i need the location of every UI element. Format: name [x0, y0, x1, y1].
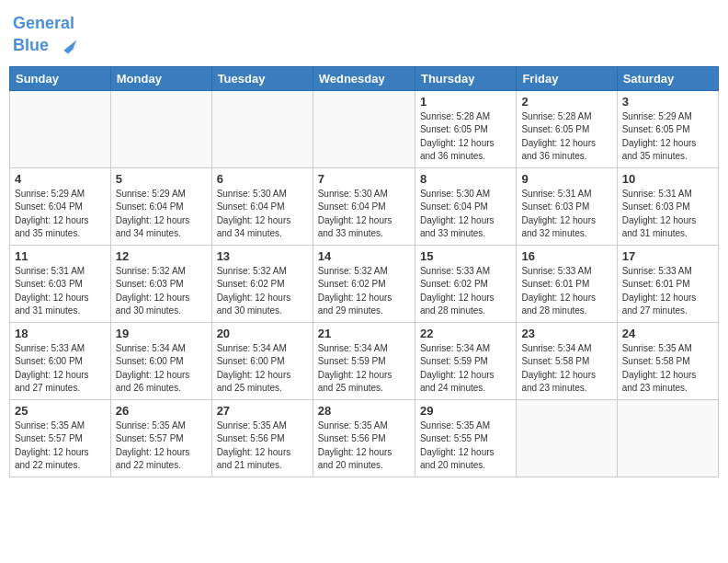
day-info: Sunrise: 5:29 AM Sunset: 6:05 PM Dayligh… — [622, 110, 713, 164]
day-info: Sunrise: 5:33 AM Sunset: 6:01 PM Dayligh… — [521, 265, 611, 318]
calendar-cell — [10, 90, 111, 167]
day-number: 4 — [15, 172, 106, 186]
day-info: Sunrise: 5:34 AM Sunset: 6:00 PM Dayligh… — [217, 342, 308, 396]
day-number: 5 — [116, 172, 207, 186]
day-info: Sunrise: 5:30 AM Sunset: 6:04 PM Dayligh… — [217, 188, 308, 241]
day-info: Sunrise: 5:32 AM Sunset: 6:02 PM Dayligh… — [318, 265, 410, 318]
day-number: 7 — [318, 172, 410, 186]
calendar-cell: 11Sunrise: 5:31 AM Sunset: 6:03 PM Dayli… — [10, 245, 111, 322]
calendar-cell: 13Sunrise: 5:32 AM Sunset: 6:02 PM Dayli… — [211, 245, 313, 322]
day-number: 10 — [622, 172, 713, 186]
logo-blue: Blue — [13, 36, 49, 54]
weekday-header-thursday: Thursday — [415, 66, 516, 90]
calendar-cell: 26Sunrise: 5:35 AM Sunset: 5:57 PM Dayli… — [110, 399, 211, 477]
calendar-cell: 7Sunrise: 5:30 AM Sunset: 6:04 PM Daylig… — [313, 167, 415, 245]
day-number: 21 — [318, 327, 410, 340]
day-info: Sunrise: 5:34 AM Sunset: 5:59 PM Dayligh… — [420, 342, 511, 396]
day-info: Sunrise: 5:34 AM Sunset: 5:58 PM Dayligh… — [521, 342, 611, 396]
weekday-header-tuesday: Tuesday — [211, 66, 313, 90]
day-number: 19 — [116, 327, 207, 340]
calendar-cell: 27Sunrise: 5:35 AM Sunset: 5:56 PM Dayli… — [211, 399, 313, 477]
calendar-cell: 8Sunrise: 5:30 AM Sunset: 6:04 PM Daylig… — [415, 167, 516, 245]
day-info: Sunrise: 5:35 AM Sunset: 5:55 PM Dayligh… — [420, 419, 511, 473]
day-number: 1 — [420, 95, 511, 109]
calendar-cell: 10Sunrise: 5:31 AM Sunset: 6:03 PM Dayli… — [617, 167, 718, 245]
weekday-header-saturday: Saturday — [617, 66, 718, 90]
page-header: General Blue — [9, 9, 719, 59]
calendar-cell: 1Sunrise: 5:28 AM Sunset: 6:05 PM Daylig… — [415, 90, 516, 167]
calendar-cell: 18Sunrise: 5:33 AM Sunset: 6:00 PM Dayli… — [10, 322, 111, 399]
day-number: 20 — [217, 327, 308, 340]
day-number: 9 — [521, 172, 611, 186]
day-info: Sunrise: 5:32 AM Sunset: 6:03 PM Dayligh… — [116, 265, 207, 318]
calendar-cell: 16Sunrise: 5:33 AM Sunset: 6:01 PM Dayli… — [517, 245, 617, 322]
week-row-5: 25Sunrise: 5:35 AM Sunset: 5:57 PM Dayli… — [10, 399, 719, 477]
calendar-cell: 9Sunrise: 5:31 AM Sunset: 6:03 PM Daylig… — [517, 167, 617, 245]
calendar-cell: 25Sunrise: 5:35 AM Sunset: 5:57 PM Dayli… — [10, 399, 111, 477]
day-info: Sunrise: 5:35 AM Sunset: 5:56 PM Dayligh… — [318, 419, 410, 473]
day-info: Sunrise: 5:33 AM Sunset: 6:01 PM Dayligh… — [622, 265, 713, 318]
calendar-cell — [110, 90, 211, 167]
calendar-cell: 20Sunrise: 5:34 AM Sunset: 6:00 PM Dayli… — [211, 322, 313, 399]
calendar-cell: 12Sunrise: 5:32 AM Sunset: 6:03 PM Dayli… — [110, 245, 211, 322]
logo-bird-icon — [55, 33, 81, 59]
day-number: 15 — [420, 249, 511, 263]
calendar-cell — [211, 90, 313, 167]
calendar-cell: 28Sunrise: 5:35 AM Sunset: 5:56 PM Dayli… — [313, 399, 415, 477]
day-info: Sunrise: 5:33 AM Sunset: 6:02 PM Dayligh… — [420, 265, 511, 318]
calendar-cell: 24Sunrise: 5:35 AM Sunset: 5:58 PM Dayli… — [617, 322, 718, 399]
calendar-cell: 4Sunrise: 5:29 AM Sunset: 6:04 PM Daylig… — [10, 167, 111, 245]
weekday-header-row: SundayMondayTuesdayWednesdayThursdayFrid… — [10, 66, 719, 90]
calendar-cell: 14Sunrise: 5:32 AM Sunset: 6:02 PM Dayli… — [313, 245, 415, 322]
day-number: 3 — [622, 95, 713, 109]
day-info: Sunrise: 5:31 AM Sunset: 6:03 PM Dayligh… — [15, 265, 106, 318]
day-number: 18 — [15, 327, 106, 340]
logo: General Blue — [13, 15, 81, 59]
day-number: 11 — [15, 249, 106, 263]
day-number: 23 — [521, 327, 611, 340]
day-number: 25 — [15, 404, 106, 418]
day-info: Sunrise: 5:29 AM Sunset: 6:04 PM Dayligh… — [116, 188, 207, 241]
day-info: Sunrise: 5:33 AM Sunset: 6:00 PM Dayligh… — [15, 342, 106, 396]
calendar-cell: 2Sunrise: 5:28 AM Sunset: 6:05 PM Daylig… — [517, 90, 617, 167]
calendar-cell — [313, 90, 415, 167]
day-info: Sunrise: 5:32 AM Sunset: 6:02 PM Dayligh… — [217, 265, 308, 318]
calendar-cell: 6Sunrise: 5:30 AM Sunset: 6:04 PM Daylig… — [211, 167, 313, 245]
day-number: 29 — [420, 404, 511, 418]
calendar-cell: 5Sunrise: 5:29 AM Sunset: 6:04 PM Daylig… — [110, 167, 211, 245]
day-info: Sunrise: 5:30 AM Sunset: 6:04 PM Dayligh… — [420, 188, 511, 241]
day-info: Sunrise: 5:35 AM Sunset: 5:56 PM Dayligh… — [217, 419, 308, 473]
day-number: 26 — [116, 404, 207, 418]
calendar-cell: 21Sunrise: 5:34 AM Sunset: 5:59 PM Dayli… — [313, 322, 415, 399]
day-number: 13 — [217, 249, 308, 263]
day-info: Sunrise: 5:29 AM Sunset: 6:04 PM Dayligh… — [15, 188, 106, 241]
week-row-4: 18Sunrise: 5:33 AM Sunset: 6:00 PM Dayli… — [10, 322, 719, 399]
day-number: 24 — [622, 327, 713, 340]
weekday-header-sunday: Sunday — [10, 66, 111, 90]
weekday-header-wednesday: Wednesday — [313, 66, 415, 90]
day-number: 17 — [622, 249, 713, 263]
day-info: Sunrise: 5:28 AM Sunset: 6:05 PM Dayligh… — [521, 110, 611, 164]
day-info: Sunrise: 5:35 AM Sunset: 5:58 PM Dayligh… — [622, 342, 713, 396]
day-number: 2 — [521, 95, 611, 109]
day-number: 6 — [217, 172, 308, 186]
day-number: 27 — [217, 404, 308, 418]
calendar-cell — [617, 399, 718, 477]
calendar-cell: 23Sunrise: 5:34 AM Sunset: 5:58 PM Dayli… — [517, 322, 617, 399]
day-info: Sunrise: 5:31 AM Sunset: 6:03 PM Dayligh… — [622, 188, 713, 241]
week-row-1: 1Sunrise: 5:28 AM Sunset: 6:05 PM Daylig… — [10, 90, 719, 167]
calendar-cell: 22Sunrise: 5:34 AM Sunset: 5:59 PM Dayli… — [415, 322, 516, 399]
calendar-cell: 3Sunrise: 5:29 AM Sunset: 6:05 PM Daylig… — [617, 90, 718, 167]
day-number: 28 — [318, 404, 410, 418]
week-row-2: 4Sunrise: 5:29 AM Sunset: 6:04 PM Daylig… — [10, 167, 719, 245]
week-row-3: 11Sunrise: 5:31 AM Sunset: 6:03 PM Dayli… — [10, 245, 719, 322]
weekday-header-monday: Monday — [110, 66, 211, 90]
day-info: Sunrise: 5:34 AM Sunset: 5:59 PM Dayligh… — [318, 342, 410, 396]
calendar-cell — [517, 399, 617, 477]
calendar-cell: 29Sunrise: 5:35 AM Sunset: 5:55 PM Dayli… — [415, 399, 516, 477]
calendar-cell: 17Sunrise: 5:33 AM Sunset: 6:01 PM Dayli… — [617, 245, 718, 322]
svg-marker-0 — [63, 40, 79, 53]
day-info: Sunrise: 5:28 AM Sunset: 6:05 PM Dayligh… — [420, 110, 511, 164]
day-info: Sunrise: 5:31 AM Sunset: 6:03 PM Dayligh… — [521, 188, 611, 241]
day-info: Sunrise: 5:34 AM Sunset: 6:00 PM Dayligh… — [116, 342, 207, 396]
